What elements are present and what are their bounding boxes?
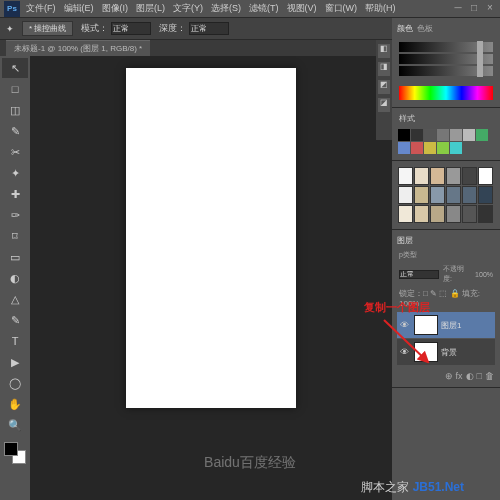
pen-tool[interactable]: ✎: [2, 310, 28, 330]
visibility-icon[interactable]: 👁: [397, 320, 411, 330]
crop-tool[interactable]: ✂: [2, 142, 28, 162]
shape-tool[interactable]: ◯: [2, 373, 28, 393]
style-swatch[interactable]: [424, 142, 436, 154]
style-swatch[interactable]: [437, 142, 449, 154]
move-tool[interactable]: ↖: [2, 58, 28, 78]
mask-icon[interactable]: ◐: [466, 371, 474, 381]
preset-swatch[interactable]: [462, 186, 477, 204]
eraser-tool[interactable]: ◐: [2, 268, 28, 288]
style-swatch[interactable]: [398, 142, 410, 154]
brush-tool[interactable]: ✑: [2, 205, 28, 225]
r-slider[interactable]: [399, 42, 493, 52]
path-tool[interactable]: ▶: [2, 352, 28, 372]
layer-name[interactable]: 图层1: [441, 320, 495, 331]
layer-row[interactable]: 👁背景: [397, 339, 495, 365]
style-swatch[interactable]: [411, 142, 423, 154]
style-swatch[interactable]: [424, 129, 436, 141]
style-swatch[interactable]: [450, 142, 462, 154]
styles-panel: 样式: [392, 108, 500, 161]
menu-file[interactable]: 文件(F): [26, 2, 56, 15]
b-slider[interactable]: [399, 66, 493, 76]
preset-swatch[interactable]: [398, 167, 413, 185]
style-swatch[interactable]: [476, 129, 488, 141]
folder-icon[interactable]: □: [477, 371, 482, 381]
foreground-color-swatch[interactable]: [4, 442, 18, 456]
preset-swatch[interactable]: [414, 167, 429, 185]
lock-controls[interactable]: 锁定：□ ✎ ⬚ 🔒: [399, 289, 460, 298]
new-layer-icon[interactable]: ⊕: [445, 371, 453, 381]
zoom-tool[interactable]: 🔍: [2, 415, 28, 435]
color-picker[interactable]: [2, 440, 28, 466]
menu-help[interactable]: 帮助(H): [365, 2, 396, 15]
document-canvas[interactable]: [126, 68, 296, 408]
heal-tool[interactable]: ✚: [2, 184, 28, 204]
visibility-icon[interactable]: 👁: [397, 347, 411, 357]
style-swatch[interactable]: [463, 129, 475, 141]
dock-icon-3[interactable]: ◩: [378, 80, 390, 94]
menu-select[interactable]: 选择(S): [211, 2, 241, 15]
close-icon[interactable]: ×: [484, 2, 496, 14]
preset-swatch[interactable]: [414, 205, 429, 223]
menu-image[interactable]: 图像(I): [102, 2, 129, 15]
layer-thumbnail[interactable]: [414, 315, 438, 335]
dock-icon-4[interactable]: ◪: [378, 98, 390, 112]
menu-filter[interactable]: 滤镜(T): [249, 2, 279, 15]
spectrum-bar[interactable]: [399, 86, 493, 100]
eyedropper-tool[interactable]: ✦: [2, 163, 28, 183]
marquee-tool[interactable]: □: [2, 79, 28, 99]
menu-layer[interactable]: 图层(L): [136, 2, 165, 15]
tab-color[interactable]: 颜色: [397, 23, 413, 34]
tab-layers[interactable]: 图层: [397, 235, 413, 246]
preset-swatch[interactable]: [430, 186, 445, 204]
style-swatch[interactable]: [437, 129, 449, 141]
g-slider[interactable]: [399, 54, 493, 64]
tab-swatches[interactable]: 色板: [417, 23, 433, 34]
minimize-icon[interactable]: ─: [452, 2, 464, 14]
layer-name[interactable]: 背景: [441, 347, 495, 358]
style-swatch[interactable]: [450, 129, 462, 141]
history-brush-tool[interactable]: ▭: [2, 247, 28, 267]
style-swatch[interactable]: [411, 129, 423, 141]
preset-swatch[interactable]: [462, 167, 477, 185]
layer-thumbnail[interactable]: [414, 342, 438, 362]
maximize-icon[interactable]: □: [468, 2, 480, 14]
preset-swatch[interactable]: [446, 205, 461, 223]
dock-icon-1[interactable]: ◧: [378, 44, 390, 58]
fill-value[interactable]: 100%: [399, 299, 419, 308]
preset-swatch[interactable]: [446, 186, 461, 204]
wand-tool[interactable]: ✎: [2, 121, 28, 141]
preset-swatch[interactable]: [478, 186, 493, 204]
preset-swatch[interactable]: [430, 167, 445, 185]
opacity-value[interactable]: 100%: [475, 271, 493, 278]
lasso-tool[interactable]: ◫: [2, 100, 28, 120]
style-swatch[interactable]: [398, 129, 410, 141]
layer-row[interactable]: 👁图层1: [397, 312, 495, 338]
gradient-tool[interactable]: △: [2, 289, 28, 309]
type-tool[interactable]: T: [2, 331, 28, 351]
stamp-tool[interactable]: ⌑: [2, 226, 28, 246]
preset-swatch[interactable]: [398, 186, 413, 204]
dock-icon-2[interactable]: ◨: [378, 62, 390, 76]
preset-swatch[interactable]: [414, 186, 429, 204]
tool-preset-icon[interactable]: ✦: [6, 24, 14, 34]
mode-select[interactable]: [111, 22, 151, 35]
preset-swatch[interactable]: [446, 167, 461, 185]
trash-icon[interactable]: 🗑: [485, 371, 494, 381]
blend-mode-select[interactable]: [399, 270, 439, 279]
density-select[interactable]: [189, 22, 229, 35]
fx-icon[interactable]: fx: [456, 371, 463, 381]
preset-swatch[interactable]: [478, 205, 493, 223]
hand-tool[interactable]: ✋: [2, 394, 28, 414]
preset-swatch[interactable]: [462, 205, 477, 223]
preset-swatch[interactable]: [430, 205, 445, 223]
menu-window[interactable]: 窗口(W): [325, 2, 358, 15]
menu-view[interactable]: 视图(V): [287, 2, 317, 15]
preset-swatch[interactable]: [478, 167, 493, 185]
menu-edit[interactable]: 编辑(E): [64, 2, 94, 15]
puppet-warp-button[interactable]: * 操控曲线: [22, 21, 73, 36]
menu-type[interactable]: 文字(Y): [173, 2, 203, 15]
canvas-area[interactable]: [30, 56, 392, 500]
preset-swatch[interactable]: [398, 205, 413, 223]
color-panel: 颜色 色板: [392, 18, 500, 108]
document-tab[interactable]: 未标题-1 @ 100% (图层 1, RGB/8) *: [6, 40, 150, 56]
